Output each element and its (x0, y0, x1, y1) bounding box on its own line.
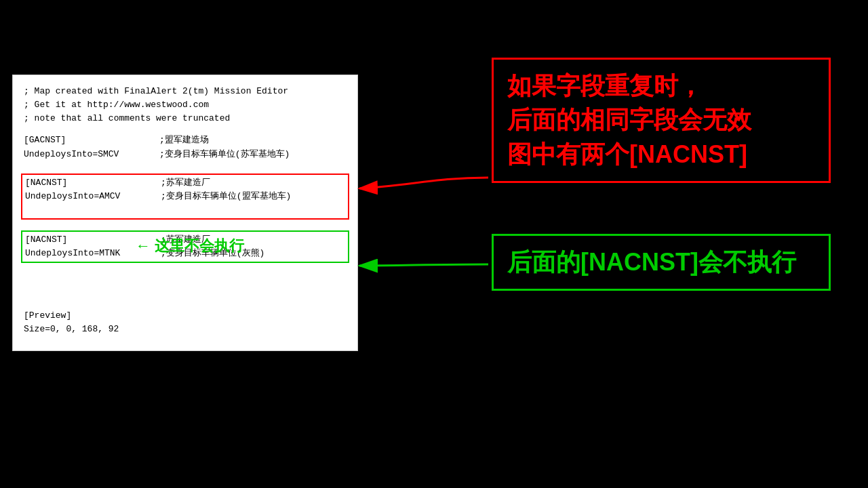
code-comment: ; Map created with FinalAlert 2(tm) Miss… (24, 85, 347, 98)
green-annotation-text: 后面的[NACNST]会不执行 (507, 248, 796, 276)
green-inline-label: ← 这里不会执行 (136, 236, 244, 256)
red-annotation-box: 如果字段重复时， 后面的相同字段会无效 图中有两个[NACNST] (492, 58, 831, 183)
code-line-smcv: UndeploysInto=SMCV;变身目标车辆单位(苏军基地车) (24, 148, 347, 161)
code-comment: ; note that all comments were truncated (24, 112, 347, 125)
red-annotation-line2: 后面的相同字段会无效 (507, 103, 815, 137)
red-annotation-line3: 图中有两个[NACNST] (507, 138, 815, 171)
code-panel: ; Map created with FinalAlert 2(tm) Miss… (12, 75, 358, 351)
code-line-gacnst: [GACNST];盟军建造场 (24, 134, 347, 147)
code-comment: ; Get it at http://www.westwood.com (24, 98, 347, 112)
green-annotation-box: 后面的[NACNST]会不执行 (492, 234, 831, 291)
green-arrow-annotation (359, 264, 488, 266)
red-arrow (359, 178, 488, 188)
red-annotation-line1: 如果字段重复时， (507, 69, 815, 103)
code-line-nacnst-1: [NACNST];苏军建造厂 (25, 176, 345, 190)
code-line-amcv: UndeploysInto=AMCV;变身目标车辆单位(盟军基地车) (25, 190, 345, 203)
code-line-size: Size=0, 0, 168, 92 (24, 323, 347, 336)
nacnst-red-block: [NACNST];苏军建造厂 UndeploysInto=AMCV;变身目标车辆… (21, 174, 349, 220)
code-line-preview: [Preview] (24, 309, 347, 323)
